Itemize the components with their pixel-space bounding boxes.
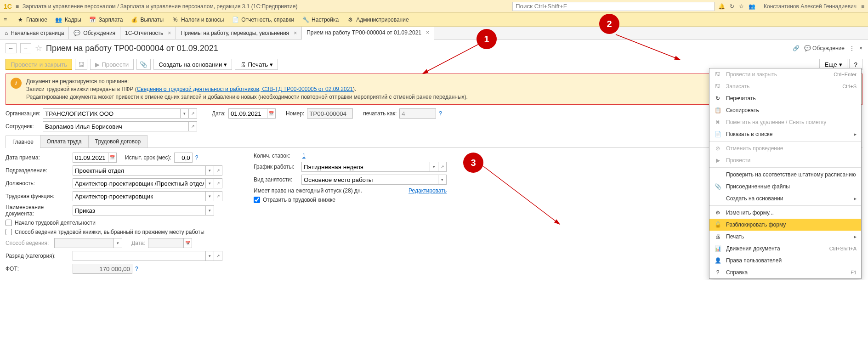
menu-icon[interactable]: ≡: [861, 3, 864, 10]
schedule-input[interactable]: [301, 162, 430, 172]
more-menu-item[interactable]: 👤Права пользователей: [709, 255, 861, 266]
open-icon[interactable]: ↗: [214, 251, 222, 261]
warn-line1: Документ не редактируется по причине:: [26, 78, 468, 85]
burger-icon[interactable]: ≡: [16, 3, 19, 10]
more-menu-item[interactable]: 🔓Разблокировать форму: [709, 219, 861, 231]
menu-toggle-icon[interactable]: ≡: [4, 17, 7, 23]
pos-input[interactable]: [73, 178, 206, 188]
menu-kadry[interactable]: 👥Кадры: [56, 17, 81, 23]
more-menu-item[interactable]: ?СправкаF1: [709, 266, 861, 278]
tab-hires[interactable]: Приемы на работу, переводы, увольнения×: [176, 27, 302, 39]
attach-button[interactable]: 📎: [136, 59, 151, 70]
open-icon[interactable]: ↗: [214, 178, 222, 188]
more-menu-item[interactable]: Создать на основании▸: [709, 193, 861, 204]
favorite-icon[interactable]: ☆: [35, 43, 42, 53]
date-input[interactable]: [228, 108, 267, 119]
more-menu-item[interactable]: 🖫Провести и закрытьCtrl+Enter: [709, 68, 861, 80]
forward-button[interactable]: →: [20, 43, 31, 53]
close-icon[interactable]: ×: [859, 45, 862, 51]
ftab-main[interactable]: Главное: [6, 136, 40, 148]
open-icon[interactable]: ↗: [214, 191, 222, 201]
chevron-down-icon[interactable]: ▾: [206, 251, 214, 261]
open-icon[interactable]: ↗: [438, 162, 447, 172]
ftab-pay[interactable]: Оплата труда: [40, 135, 89, 147]
chevron-down-icon[interactable]: ▾: [430, 162, 438, 172]
more-menu-item[interactable]: ⊘Отменить проведение: [709, 142, 861, 154]
post-button[interactable]: ▶ Провести: [90, 59, 134, 70]
hire-date-input[interactable]: [73, 153, 108, 163]
chevron-down-icon[interactable]: ▾: [181, 108, 189, 119]
more-menu-item[interactable]: ↻Перечитать: [709, 92, 861, 104]
menu-otchet[interactable]: 📄Отчетность, справки: [232, 17, 294, 23]
more-icon[interactable]: ⋮: [849, 45, 855, 51]
open-icon[interactable]: ↗: [214, 165, 222, 176]
more-menu-item[interactable]: Проверить на соответствие штатному распи…: [709, 169, 861, 181]
more-menu-item[interactable]: 📋Скопировать: [709, 104, 861, 116]
more-menu-item[interactable]: 🖨Печать▸: [709, 231, 861, 243]
back-button[interactable]: ←: [6, 43, 17, 53]
calendar-icon[interactable]: 📅: [267, 108, 276, 119]
more-menu-item[interactable]: 📄Показать в списке▸: [709, 128, 861, 140]
print-button[interactable]: 🖨 Печать ▾: [235, 59, 278, 70]
help-icon[interactable]: ?: [135, 266, 138, 272]
menu-nalogi[interactable]: %Налоги и взносы: [172, 17, 224, 23]
link-icon[interactable]: 🔗: [793, 45, 800, 51]
org-input[interactable]: [43, 108, 181, 119]
ftab-contract[interactable]: Трудовой договор: [88, 135, 148, 147]
chk-workbook[interactable]: [254, 197, 260, 203]
user-icon[interactable]: 👥: [749, 3, 755, 10]
open-icon[interactable]: ↗: [189, 108, 197, 119]
chevron-down-icon[interactable]: ▾: [114, 238, 122, 248]
open-icon[interactable]: ↗: [189, 121, 197, 131]
chevron-down-icon[interactable]: ▾: [206, 205, 214, 215]
warn-link[interactable]: Сведения о трудовой деятельности работни…: [137, 86, 353, 92]
more-menu-item[interactable]: 📎Присоединенные файлы: [709, 181, 861, 193]
trial-input[interactable]: [174, 153, 193, 163]
help-icon[interactable]: ?: [439, 110, 442, 117]
menu-zarplata[interactable]: 📅Зарплата: [90, 17, 123, 23]
emp-input[interactable]: [43, 121, 189, 131]
calendar-icon[interactable]: 📅: [184, 238, 192, 248]
close-icon[interactable]: ×: [168, 30, 171, 36]
save-button[interactable]: 🖫: [75, 59, 87, 70]
menu-main[interactable]: ★Главное: [17, 17, 47, 23]
help-icon[interactable]: ?: [195, 154, 199, 161]
vacation-edit-link[interactable]: Редактировать: [408, 187, 447, 194]
menu-admin[interactable]: ⚙Администрирование: [347, 17, 408, 23]
more-menu-item[interactable]: ⚙Изменить форму...: [709, 207, 861, 219]
func-input[interactable]: [73, 191, 206, 201]
more-menu-item[interactable]: ▶Провести: [709, 154, 861, 166]
home-tab[interactable]: ⌂Начальная страница: [0, 27, 69, 39]
rates-link[interactable]: 1: [302, 153, 306, 159]
emptype-input[interactable]: [301, 175, 438, 185]
history-icon[interactable]: ↻: [730, 3, 734, 10]
global-search-input[interactable]: [512, 2, 715, 11]
chevron-down-icon[interactable]: ▾: [206, 165, 214, 176]
discuss-link[interactable]: 💬 Обсуждение: [804, 45, 845, 51]
calendar-icon[interactable]: 📅: [108, 153, 117, 163]
dept-input[interactable]: [73, 165, 206, 176]
docname-input[interactable]: [73, 205, 206, 215]
tab-discuss[interactable]: 💬Обсуждения: [69, 27, 120, 39]
close-icon[interactable]: ×: [294, 30, 297, 36]
menu-nastroyka[interactable]: 🔧Настройка: [302, 17, 339, 23]
more-menu-item[interactable]: ✖Пометить на удаление / Снять пометку: [709, 116, 861, 128]
chevron-down-icon[interactable]: ▾: [206, 178, 214, 188]
more-menu-item[interactable]: 📊Движения документаCtrl+Shift+A: [709, 243, 861, 255]
menu-vyplaty[interactable]: 💰Выплаты: [131, 17, 164, 23]
bell-icon[interactable]: 🔔: [718, 3, 725, 10]
save-icon: 🖫: [78, 61, 84, 68]
user-name[interactable]: Константинов Алексей Геннадиевич: [764, 3, 857, 10]
post-close-button[interactable]: Провести и закрыть: [6, 59, 72, 70]
chevron-down-icon[interactable]: ▾: [206, 191, 214, 201]
tab-doc[interactable]: Прием на работу ТР00-000004 от 01.09.202…: [302, 27, 434, 40]
create-based-button[interactable]: Создать на основании ▾: [153, 59, 232, 70]
star-icon[interactable]: ☆: [739, 3, 744, 10]
chk-start[interactable]: [6, 220, 12, 226]
tab-1c-report[interactable]: 1С-Отчетность×: [120, 27, 176, 39]
more-menu-item[interactable]: 🖫ЗаписатьCtrl+S: [709, 80, 861, 92]
chk-method[interactable]: [6, 229, 12, 235]
chevron-down-icon[interactable]: ▾: [438, 175, 447, 185]
close-icon[interactable]: ×: [426, 29, 429, 36]
rank-input[interactable]: [73, 251, 206, 261]
